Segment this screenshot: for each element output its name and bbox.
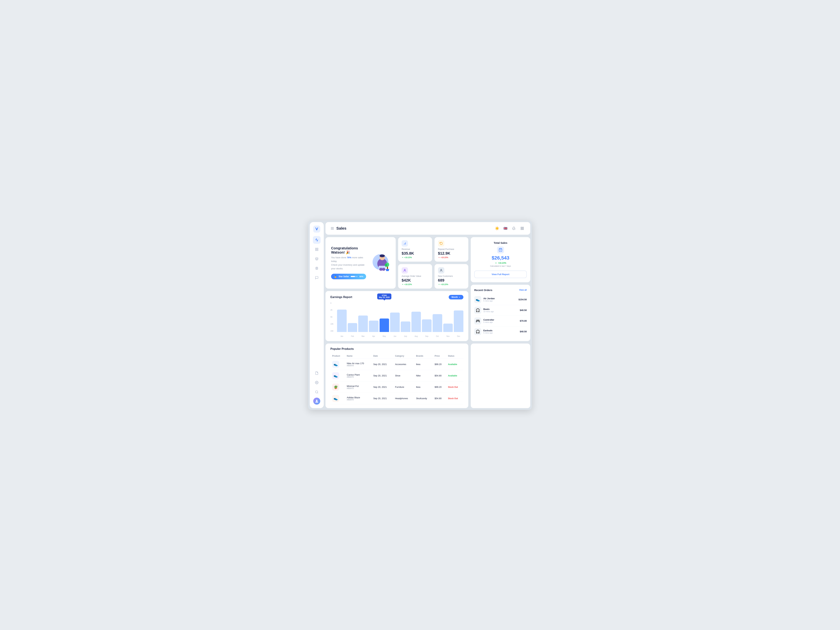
avg-icon xyxy=(402,267,408,273)
order-icon: 👟 xyxy=(474,296,481,303)
product-date: Sep 20, 2021 xyxy=(371,393,393,404)
order-item[interactable]: 🎮 Controller 5 mins ago $70.00 xyxy=(474,316,527,326)
theme-toggle[interactable]: ☀️ xyxy=(494,225,500,232)
product-name: Cactus Plant xyxy=(347,373,370,376)
product-date: Sep 20, 2021 xyxy=(371,370,393,381)
view-full-report-btn[interactable]: View Full Report xyxy=(474,270,527,278)
person-illustration xyxy=(367,253,390,273)
order-icon: 🎧 xyxy=(474,307,481,314)
chart-bar-apr[interactable] xyxy=(369,302,379,332)
order-info: Controller 5 mins ago xyxy=(483,319,518,323)
month-filter-btn[interactable]: Month xyxy=(449,295,463,299)
language-selector[interactable]: 🇬🇧 xyxy=(502,225,508,232)
chart-bars-area: $7500May 29, 2020 xyxy=(337,302,463,332)
sidebar-item-box[interactable] xyxy=(313,255,321,263)
x-label-mar: Mar xyxy=(358,335,368,337)
sidebar-item-cpu[interactable] xyxy=(313,264,321,272)
chart-bar-aug[interactable] xyxy=(411,302,421,332)
product-name: Minimal Pot xyxy=(347,385,370,387)
product-price: $54.80 xyxy=(433,370,446,381)
product-img: 🪴 xyxy=(332,384,339,391)
svg-rect-3 xyxy=(317,249,318,251)
bar-fill xyxy=(422,319,431,332)
welcome-text: Congratulations Watson! 🎉 You have done … xyxy=(331,246,367,279)
col-category: Category xyxy=(393,353,414,359)
customers-change: +10.23% xyxy=(438,283,465,286)
bar-fill xyxy=(401,322,411,332)
app-container: Sales ☀️ 🇬🇧 xyxy=(308,220,532,410)
svg-point-30 xyxy=(385,264,387,267)
col-price: Price xyxy=(433,353,446,359)
order-item[interactable]: 🎧 Earbuds 5 mins ago $40.50 xyxy=(474,326,527,337)
chart-bar-mar[interactable] xyxy=(358,302,368,332)
x-label-aug: Aug xyxy=(411,335,421,337)
order-time: 10 mins ago xyxy=(483,311,518,313)
table-row[interactable]: 👟 Adidas Blaze #893479 Sep 20, 2021 Head… xyxy=(330,393,463,404)
view-all-orders-link[interactable]: View all xyxy=(519,289,527,291)
progress-pct: 60% xyxy=(360,275,363,278)
table-row[interactable]: 👟 Cactus Plant #893479 Sep 20, 2021 Shoe… xyxy=(330,370,463,381)
stats-grid: Revenue $35.8K +10.23% xyxy=(398,237,468,289)
bar-fill xyxy=(348,323,357,332)
chart-bar-may[interactable]: $7500May 29, 2020 xyxy=(380,302,389,332)
order-name: Controller xyxy=(483,319,518,321)
avg-value: $42K xyxy=(402,278,429,283)
menu-icon[interactable] xyxy=(330,226,334,230)
svg-point-13 xyxy=(316,400,317,401)
chart-bar-jun[interactable] xyxy=(390,302,400,332)
chart-bar-jan[interactable] xyxy=(337,302,347,332)
apps-btn[interactable] xyxy=(519,225,525,232)
order-name: Earbuds xyxy=(483,329,518,332)
chart-bar-feb[interactable] xyxy=(348,302,357,332)
products-table: Product Name Date Category Brands Price … xyxy=(330,353,463,404)
chart-bar-dec[interactable] xyxy=(454,302,463,332)
sidebar-item-grid[interactable] xyxy=(313,246,321,253)
order-item[interactable]: 👟 Air Jordan 5 mins ago $154.50 xyxy=(474,294,527,305)
stat-card-revenue: Revenue $35.8K +10.23% xyxy=(398,237,432,262)
table-row[interactable]: 🪴 Minimal Pot #893479 Sep 20, 2021 Furni… xyxy=(330,381,463,393)
product-status: Available xyxy=(446,358,463,370)
svg-point-35 xyxy=(441,269,442,270)
stat-card-avg: Average Order Value $42K +10.23% xyxy=(398,264,432,289)
total-sales-icon xyxy=(497,246,504,253)
order-time: 5 mins ago xyxy=(483,321,518,323)
sidebar-item-chat[interactable] xyxy=(313,274,321,281)
revenue-value: $35.8K xyxy=(402,251,429,256)
chart-bar-oct[interactable] xyxy=(433,302,442,332)
svg-rect-5 xyxy=(316,268,317,268)
chart-bar-nov[interactable] xyxy=(443,302,453,332)
bar-fill xyxy=(454,311,463,332)
sidebar-item-search[interactable] xyxy=(313,388,321,396)
svg-rect-20 xyxy=(523,229,524,230)
product-category: Accesories xyxy=(393,358,414,370)
x-label-jan: Jan xyxy=(337,335,347,337)
notifications-btn[interactable] xyxy=(511,225,517,232)
bar-fill xyxy=(433,314,442,332)
welcome-line3: Check your inventory and update your sto… xyxy=(331,264,365,270)
sidebar-item-files[interactable] xyxy=(313,369,321,377)
user-avatar[interactable] xyxy=(313,398,320,404)
order-price: $40.50 xyxy=(520,309,527,311)
product-id: #893479 xyxy=(347,376,370,378)
recent-orders-title: Recent Orders xyxy=(474,289,492,292)
sidebar-item-activity[interactable] xyxy=(313,236,321,244)
x-label-dec: Dec xyxy=(454,335,463,337)
product-img-cell: 👟 xyxy=(330,358,345,370)
revenue-label: Revenue xyxy=(402,248,429,250)
chart-bar-july[interactable] xyxy=(401,302,411,332)
star-seller-label: Star Seller xyxy=(339,275,349,278)
table-row[interactable]: 👟 Nike Air max 170 #893479 Sep 20, 2021 … xyxy=(330,358,463,370)
product-img-cell: 👟 xyxy=(330,393,345,404)
total-sales-card: Total Sales $26,543 +10.23% Calculated i… xyxy=(471,237,530,282)
product-img: 👟 xyxy=(332,361,339,368)
chart-bar-sep[interactable] xyxy=(422,302,431,332)
sidebar-item-settings[interactable] xyxy=(313,379,321,387)
dashboard-grid: Congratulations Watson! 🎉 You have done … xyxy=(325,237,530,341)
x-label-oct: Oct xyxy=(433,335,442,337)
order-item[interactable]: 🎧 Beats 10 mins ago $40.50 xyxy=(474,305,527,316)
order-info: Earbuds 5 mins ago xyxy=(483,329,518,334)
svg-point-23 xyxy=(380,254,385,257)
earnings-title: Earnings Report xyxy=(330,295,352,299)
total-sales-title: Total Sales xyxy=(494,241,507,244)
page-title: Sales xyxy=(336,226,346,231)
